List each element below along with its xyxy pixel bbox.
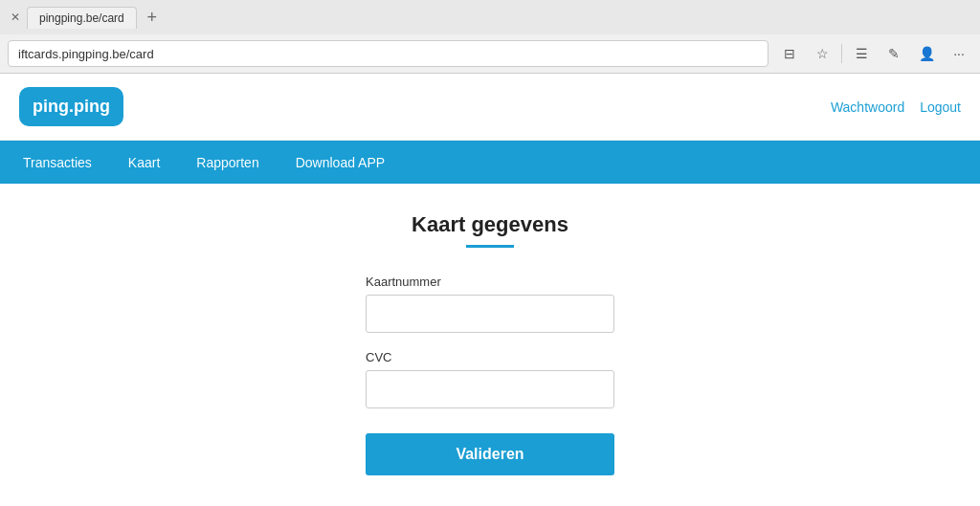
kaartnummer-group: Kaartnummer (366, 275, 614, 333)
nav-download-app[interactable]: Download APP (292, 141, 389, 184)
address-bar: ⊟ ☆ ☰ ✎ 👤 ··· (0, 34, 980, 73)
valideren-button[interactable]: Valideren (366, 433, 614, 475)
title-underline (466, 245, 514, 248)
url-input[interactable] (8, 40, 768, 67)
header-links: Wachtwoord Logout (831, 99, 961, 115)
edit-icon[interactable]: ✎ (880, 40, 907, 67)
cvc-input[interactable] (366, 370, 614, 408)
browser-close-x[interactable]: ✕ (8, 10, 23, 25)
more-options-icon[interactable]: ··· (946, 40, 972, 67)
bookmark-icon[interactable]: ☆ (809, 40, 835, 67)
menu-icon[interactable]: ☰ (848, 40, 875, 67)
browser-tab[interactable]: pingping.be/card (27, 7, 137, 29)
main-content: Kaart gegevens Kaartnummer CVC Valideren (0, 184, 980, 504)
cvc-group: CVC (366, 350, 614, 408)
nav-transacties[interactable]: Transacties (19, 141, 96, 184)
kaartnummer-input[interactable] (366, 295, 614, 333)
site-header: ping.ping Wachtwoord Logout (0, 74, 980, 141)
cvc-label: CVC (366, 350, 614, 364)
nav-kaart[interactable]: Kaart (124, 141, 164, 184)
main-nav: Transacties Kaart Rapporten Download APP (0, 141, 980, 184)
toolbar-separator (841, 44, 842, 63)
wachtwoord-link[interactable]: Wachtwoord (831, 99, 904, 115)
new-tab-button[interactable]: + (141, 6, 164, 29)
site-logo: ping.ping (19, 87, 123, 127)
tab-label: pingping.be/card (39, 11, 124, 25)
page-title: Kaart gegevens (412, 212, 568, 237)
logo-text: ping.ping (33, 97, 110, 116)
page-content: ping.ping Wachtwoord Logout Transacties … (0, 74, 980, 506)
profile-icon[interactable]: 👤 (913, 40, 940, 67)
browser-chrome: ✕ pingping.be/card + ⊟ ☆ ☰ ✎ 👤 ··· (0, 0, 980, 74)
reader-view-icon[interactable]: ⊟ (776, 40, 803, 67)
tab-bar: ✕ pingping.be/card + (0, 0, 980, 34)
logout-link[interactable]: Logout (920, 99, 961, 115)
nav-rapporten[interactable]: Rapporten (192, 141, 262, 184)
browser-toolbar-icons: ⊟ ☆ ☰ ✎ 👤 ··· (776, 40, 972, 67)
kaartnummer-label: Kaartnummer (366, 275, 614, 289)
